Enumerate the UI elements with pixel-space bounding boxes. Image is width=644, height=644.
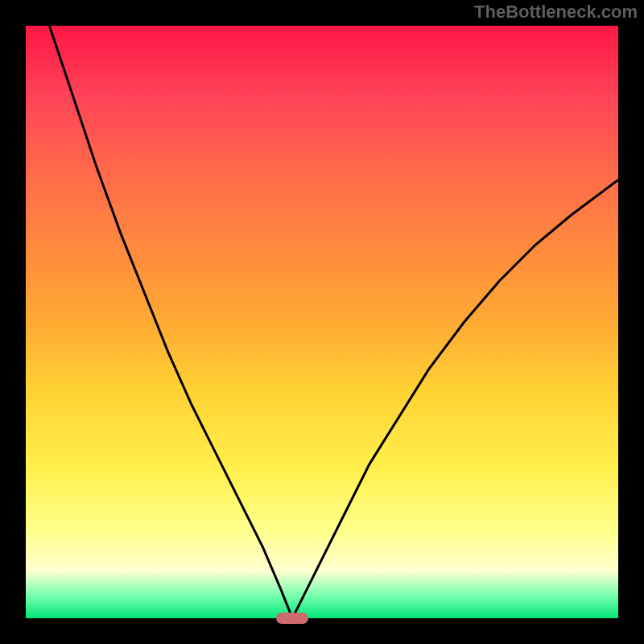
curve-right [292,180,618,618]
notch-marker [276,613,308,624]
bottleneck-curve [26,26,618,618]
curve-left [49,26,292,618]
chart-root: TheBottleneck.com [0,0,644,644]
watermark: TheBottleneck.com [474,2,638,23]
